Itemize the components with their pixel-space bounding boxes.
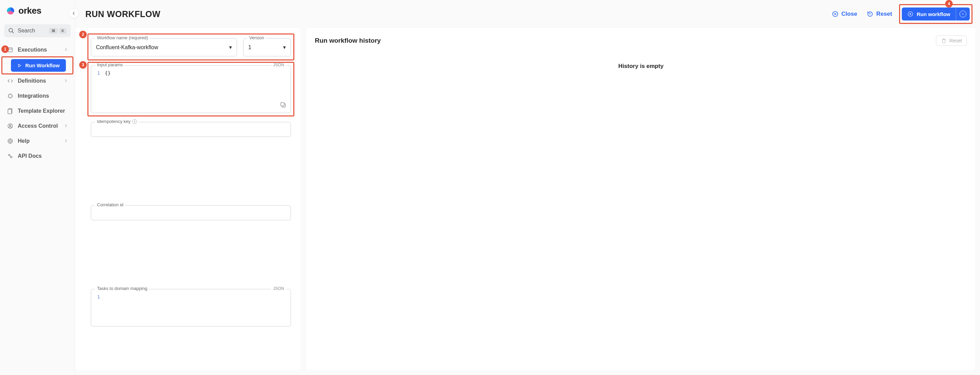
- callout-badge-4: 4: [945, 0, 953, 8]
- page-title: RUN WORKFLOW: [85, 9, 161, 19]
- code-text: {}: [105, 70, 111, 76]
- chevron-right-icon: [64, 47, 68, 53]
- reset-label: Reset: [876, 11, 892, 17]
- input-params-editor[interactable]: 1 {}: [91, 65, 291, 113]
- play-circle-icon: [907, 11, 913, 17]
- kbd-cmd: ⌘: [49, 28, 58, 34]
- input-params-label: Input params: [95, 62, 125, 67]
- idempotency-input[interactable]: [91, 122, 291, 137]
- history-reset-label: Reset: [949, 38, 962, 43]
- code-icon: [7, 78, 14, 84]
- play-icon: [17, 63, 22, 68]
- chevron-left-icon: [72, 11, 76, 15]
- search-placeholder: Search: [18, 28, 35, 34]
- line-number: 1: [95, 70, 100, 76]
- input-params-field: Input params JSON 1 {}: [91, 65, 291, 113]
- history-title: Run workflow history: [315, 37, 381, 44]
- run-workflow-button-group: Run workflow: [902, 8, 970, 21]
- svg-line-1: [12, 32, 14, 33]
- version-label: Version: [247, 35, 266, 40]
- reset-icon: [867, 11, 873, 17]
- kbd-k: K: [59, 28, 67, 34]
- sidebar-collapse-button[interactable]: [68, 8, 79, 18]
- tasks-domain-label: Tasks to domain mapping: [95, 286, 149, 291]
- version-field: Version 1 ▾: [243, 38, 291, 56]
- integrations-icon: [7, 93, 14, 99]
- chevron-down-circle-icon: [959, 11, 966, 17]
- copy-icon: [280, 102, 286, 108]
- reset-button[interactable]: Reset: [867, 11, 892, 17]
- correlation-input[interactable]: [91, 205, 291, 220]
- close-circle-icon: [832, 11, 838, 17]
- workflow-name-select[interactable]: Confluent-Kafka-workflow ▾: [91, 38, 237, 56]
- sidebar-item-api-docs[interactable]: API Docs: [3, 149, 72, 162]
- sidebar-run-workflow-label: Run Workflow: [25, 62, 60, 68]
- chevron-right-icon: [64, 123, 68, 129]
- sidebar-item-template-explorer[interactable]: Template Explorer: [3, 105, 72, 118]
- history-panel: Run workflow history Reset History is em…: [307, 28, 975, 370]
- workflow-name-field: Workflow name (required) Confluent-Kafka…: [91, 38, 237, 56]
- help-icon: [7, 138, 14, 144]
- workflow-name-value: Confluent-Kafka-workflow: [96, 44, 158, 51]
- copy-button[interactable]: [280, 102, 286, 109]
- tasks-domain-tag: JSON: [271, 286, 286, 291]
- caret-down-icon: ▾: [229, 44, 232, 51]
- header-actions: Close Reset 4 Run workflow: [832, 8, 970, 21]
- form-panel: 2 Workflow name (required) Confluent-Kaf…: [75, 28, 301, 370]
- close-label: Close: [842, 11, 857, 17]
- history-header: Run workflow history Reset: [315, 35, 967, 46]
- logo-row: orkes: [3, 5, 72, 20]
- template-icon: [7, 108, 14, 114]
- main: RUN WORKFLOW Close Reset 4 Run workflow: [75, 0, 980, 375]
- chevron-right-icon: [64, 78, 68, 84]
- run-workflow-button[interactable]: Run workflow: [902, 8, 956, 21]
- run-workflow-dropdown[interactable]: [956, 8, 970, 21]
- close-button[interactable]: Close: [832, 11, 857, 17]
- info-icon[interactable]: i: [132, 119, 137, 124]
- version-select[interactable]: 1 ▾: [243, 38, 291, 56]
- search-shortcut: ⌘ K: [49, 28, 67, 34]
- input-params-tag: JSON: [271, 62, 286, 67]
- history-reset-button[interactable]: Reset: [936, 35, 967, 46]
- content: 2 Workflow name (required) Confluent-Kaf…: [75, 28, 980, 375]
- sidebar-item-integrations[interactable]: Integrations: [3, 89, 72, 102]
- sidebar-item-executions[interactable]: Executions: [3, 43, 72, 56]
- tasks-domain-field: Tasks to domain mapping JSON 1: [91, 289, 291, 363]
- search-input[interactable]: Search ⌘ K: [4, 24, 71, 37]
- search-icon: [8, 28, 14, 34]
- version-value: 1: [248, 44, 251, 51]
- sidebar-item-label: Template Explorer: [18, 108, 65, 114]
- workflow-name-label: Workflow name (required): [95, 35, 150, 40]
- svg-point-14: [870, 15, 871, 16]
- sidebar-item-label: API Docs: [18, 153, 42, 159]
- history-empty-message: History is empty: [315, 46, 967, 363]
- callout-badge-2: 2: [79, 31, 87, 38]
- idempotency-label-text: Idempotency key: [97, 119, 130, 124]
- caret-down-icon: ▾: [283, 44, 286, 51]
- correlation-label: Correlation id: [95, 202, 125, 207]
- logo-icon: [5, 6, 16, 16]
- chevron-right-icon: [64, 138, 68, 144]
- svg-rect-17: [281, 102, 284, 106]
- header: RUN WORKFLOW Close Reset 4 Run workflow: [75, 0, 980, 28]
- sidebar-item-definitions[interactable]: Definitions: [3, 75, 72, 87]
- idempotency-field: Idempotency key i: [91, 122, 291, 196]
- run-workflow-label: Run workflow: [917, 11, 950, 17]
- correlation-field: Correlation id: [91, 205, 291, 280]
- brand-name: orkes: [18, 5, 41, 16]
- api-docs-icon: [7, 153, 14, 159]
- sidebar-run-workflow-button[interactable]: Run Workflow: [11, 59, 66, 72]
- sidebar-item-label: Definitions: [18, 78, 46, 84]
- sidebar-item-label: Access Control: [18, 123, 58, 129]
- sidebar-item-access-control[interactable]: Access Control: [3, 119, 72, 132]
- tasks-domain-editor[interactable]: 1: [91, 289, 291, 326]
- svg-rect-5: [8, 109, 12, 114]
- sidebar: orkes Search ⌘ K 1 Executions Run Workfl…: [0, 0, 75, 375]
- line-number: 1: [95, 294, 100, 300]
- sidebar-item-help[interactable]: Help: [3, 135, 72, 148]
- sidebar-item-label: Help: [18, 138, 30, 144]
- svg-point-7: [10, 125, 11, 126]
- svg-point-9: [9, 140, 11, 142]
- trash-icon: [941, 38, 947, 43]
- callout-badge-1: 1: [2, 45, 9, 53]
